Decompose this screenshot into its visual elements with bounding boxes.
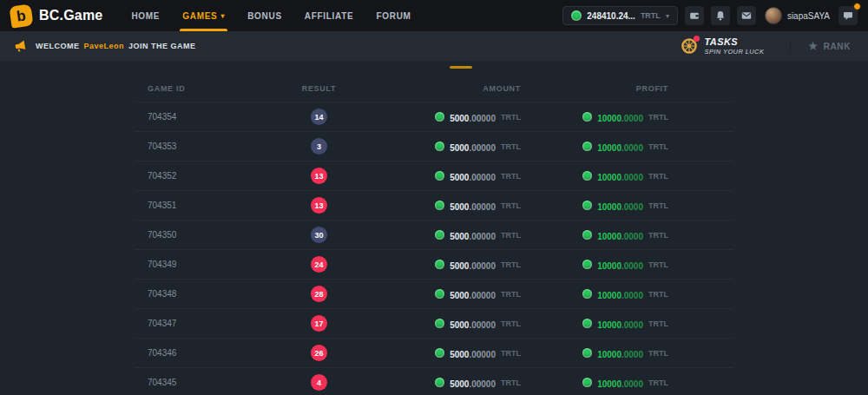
notifications-button[interactable] <box>711 6 730 25</box>
profit-cell: 10000.0000 TRTL <box>521 375 668 391</box>
trtl-coin-icon <box>582 260 592 269</box>
star-icon: ★ <box>808 41 818 51</box>
column-header-game-id: GAME ID <box>135 84 269 93</box>
amount-value: 5000.00000 <box>450 168 496 184</box>
welcome-suffix: JOIN THE GAME <box>128 42 196 50</box>
game-id-value: 704348 <box>148 289 176 299</box>
trtl-coin-icon <box>582 289 592 299</box>
profit-cell: 10000.0000 TRTL <box>521 346 668 361</box>
tasks-title: TASKS <box>705 36 765 47</box>
result-cell: 24 <box>269 256 369 273</box>
table-row[interactable]: 704352 13 5000.00000 TRTL 10000.0000 TRT… <box>135 161 733 190</box>
profit-cell: 10000.0000 TRTL <box>521 139 668 155</box>
bc-game-page: b BC.Game HOMEGAMES▾BONUSAFFILIATEFORUM … <box>0 0 868 395</box>
chevron-down-icon: ▾ <box>666 12 669 20</box>
amount-value: 5000.00000 <box>450 346 496 361</box>
trtl-coin-icon <box>435 289 444 299</box>
amount-cell: 5000.00000 TRTL <box>369 346 521 361</box>
amount-currency: TRTL <box>501 379 521 387</box>
wallet-icon <box>689 10 700 21</box>
logo-text: BC.Game <box>39 8 102 23</box>
profit-currency: TRTL <box>648 172 668 181</box>
rank-widget[interactable]: ★ RANK <box>790 41 854 51</box>
table-row[interactable]: 704350 30 5000.00000 TRTL 10000.0000 TRT… <box>135 220 733 249</box>
tasks-icon <box>681 37 698 55</box>
table-row[interactable]: 704353 3 5000.00000 TRTL 10000.0000 TRTL <box>135 131 733 161</box>
result-cell: 4 <box>269 374 369 391</box>
trtl-coin-icon <box>435 142 444 151</box>
table-row[interactable]: 704345 4 5000.00000 TRTL 10000.0000 TRTL <box>135 367 733 395</box>
game-id-cell: 704346 <box>135 348 269 358</box>
game-id-value: 704350 <box>148 230 176 240</box>
result-cell: 3 <box>269 138 369 155</box>
game-id-value: 704349 <box>148 260 176 269</box>
balance-value: 248410.24... <box>587 11 635 21</box>
nav-item-bonus[interactable]: BONUS <box>236 0 293 31</box>
amount-value: 5000.00000 <box>450 375 496 391</box>
nav-item-games[interactable]: GAMES▾ <box>171 0 236 31</box>
balance-selector[interactable]: 248410.24... TRTL ▾ <box>562 6 678 25</box>
wallet-button[interactable] <box>685 6 704 25</box>
result-cell: 14 <box>269 109 369 125</box>
table-row[interactable]: 704346 26 5000.00000 TRTL 10000.0000 TRT… <box>135 338 733 367</box>
notification-badge <box>853 3 861 10</box>
trtl-coin-icon <box>582 171 592 181</box>
trtl-coin-icon <box>571 10 582 21</box>
result-cell: 30 <box>269 227 369 243</box>
table-row[interactable]: 704348 28 5000.00000 TRTL 10000.0000 TRT… <box>135 279 733 308</box>
profit-cell: 10000.0000 TRTL <box>521 227 668 243</box>
game-id-cell: 704353 <box>135 142 269 151</box>
nav-item-forum[interactable]: FORUM <box>365 0 422 31</box>
table-row[interactable]: 704349 24 5000.00000 TRTL 10000.0000 TRT… <box>135 249 733 279</box>
profit-value: 10000.0000 <box>597 375 643 391</box>
table-body: 704354 14 5000.00000 TRTL 10000.0000 TRT… <box>135 102 733 395</box>
game-id-cell: 704351 <box>135 201 269 210</box>
nav-item-affiliate[interactable]: AFFILIATE <box>293 0 365 31</box>
amount-value: 5000.00000 <box>450 286 496 302</box>
nav-item-label: BONUS <box>247 11 282 21</box>
amount-cell: 5000.00000 TRTL <box>369 139 521 155</box>
amount-cell: 5000.00000 TRTL <box>369 375 521 391</box>
result-cell: 13 <box>269 197 369 214</box>
amount-currency: TRTL <box>501 319 521 328</box>
game-id-value: 704352 <box>148 171 176 181</box>
table-row[interactable]: 704347 17 5000.00000 TRTL 10000.0000 TRT… <box>135 308 733 338</box>
result-cell: 28 <box>269 286 369 302</box>
amount-currency: TRTL <box>501 231 521 240</box>
megaphone-icon <box>13 38 28 53</box>
profit-currency: TRTL <box>648 142 668 151</box>
user-menu[interactable]: siapaSAYA <box>765 7 830 24</box>
profit-value: 10000.0000 <box>597 139 643 155</box>
trtl-coin-icon <box>582 201 592 210</box>
profit-currency: TRTL <box>648 113 668 122</box>
trtl-coin-icon <box>435 260 444 269</box>
profit-cell: 10000.0000 TRTL <box>521 286 668 302</box>
profit-cell: 10000.0000 TRTL <box>521 198 668 214</box>
game-id-cell: 704352 <box>135 171 269 181</box>
table-row[interactable]: 704351 13 5000.00000 TRTL 10000.0000 TRT… <box>135 190 733 220</box>
profit-value: 10000.0000 <box>597 168 643 184</box>
chat-button[interactable] <box>838 6 858 25</box>
top-bar: b BC.Game HOMEGAMES▾BONUSAFFILIATEFORUM … <box>0 0 868 31</box>
tasks-widget[interactable]: TASKS SPIN YOUR LUCK <box>681 36 765 56</box>
result-badge: 4 <box>311 374 327 391</box>
amount-value: 5000.00000 <box>450 139 496 155</box>
amount-value: 5000.00000 <box>450 109 496 125</box>
trtl-coin-icon <box>582 142 592 151</box>
welcome-username[interactable]: PaveLeon <box>84 42 125 50</box>
nav-item-label: AFFILIATE <box>305 11 354 21</box>
game-id-value: 704353 <box>148 142 176 151</box>
profit-currency: TRTL <box>648 319 668 328</box>
profit-currency: TRTL <box>648 231 668 240</box>
mail-icon <box>741 10 752 21</box>
nav-item-home[interactable]: HOME <box>120 0 171 31</box>
trtl-coin-icon <box>582 230 592 240</box>
table-row[interactable]: 704354 14 5000.00000 TRTL 10000.0000 TRT… <box>135 102 733 131</box>
messages-button[interactable] <box>737 6 756 25</box>
profit-cell: 10000.0000 TRTL <box>521 109 668 125</box>
nav-item-label: FORUM <box>376 11 411 21</box>
logo-letter: b <box>16 6 27 24</box>
result-cell: 26 <box>269 345 369 361</box>
trtl-coin-icon <box>435 230 444 240</box>
logo[interactable]: b BC.Game <box>10 5 102 27</box>
